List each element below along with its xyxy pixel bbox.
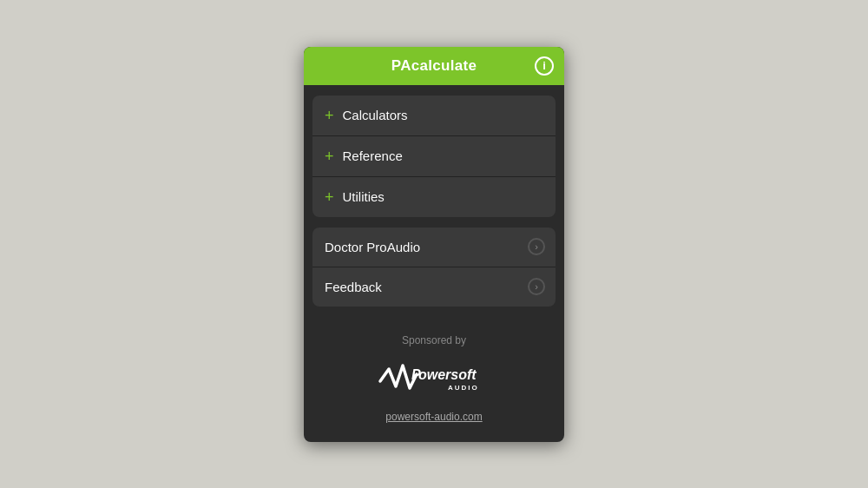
plus-icon-reference: +: [325, 148, 334, 164]
info-button[interactable]: i: [535, 56, 554, 76]
menu-item-reference[interactable]: + Reference: [312, 136, 556, 177]
menu-label-utilities: Utilities: [343, 189, 385, 204]
sponsor-label: Sponsored by: [402, 334, 466, 346]
menu-item-calculators[interactable]: + Calculators: [312, 96, 556, 136]
menu-label-calculators: Calculators: [343, 108, 408, 122]
plus-icon-utilities: +: [325, 189, 334, 205]
plus-icon-calculators: +: [325, 108, 334, 123]
powersoft-link[interactable]: powersoft-audio.com: [385, 411, 482, 423]
arrow-icon-doctor-proaudio: ›: [528, 238, 545, 255]
menu-item-feedback[interactable]: Feedback ›: [312, 267, 556, 307]
menu-label-reference: Reference: [343, 148, 403, 163]
phone-container: PAcalculate i + Calculators + Reference …: [304, 47, 564, 442]
app-title: PAcalculate: [391, 57, 477, 75]
menu-group-1: + Calculators + Reference + Utilities: [312, 96, 556, 217]
svg-text:owersoft: owersoft: [418, 367, 477, 382]
svg-text:AUDIO: AUDIO: [448, 384, 479, 392]
menu-label-doctor-proaudio: Doctor ProAudio: [325, 240, 420, 254]
app-header: PAcalculate i: [304, 47, 564, 85]
menu-label-feedback: Feedback: [325, 280, 382, 294]
menu-item-utilities[interactable]: + Utilities: [312, 177, 556, 217]
sponsor-section: Sponsored by owersoft AUDIO P powersoft-…: [304, 317, 564, 442]
arrow-icon-feedback: ›: [528, 278, 545, 295]
svg-text:P: P: [411, 367, 421, 382]
menu-group-2: Doctor ProAudio › Feedback ›: [312, 228, 556, 307]
powersoft-logo: owersoft AUDIO P: [373, 357, 495, 402]
menu-item-doctor-proaudio[interactable]: Doctor ProAudio ›: [312, 228, 556, 267]
